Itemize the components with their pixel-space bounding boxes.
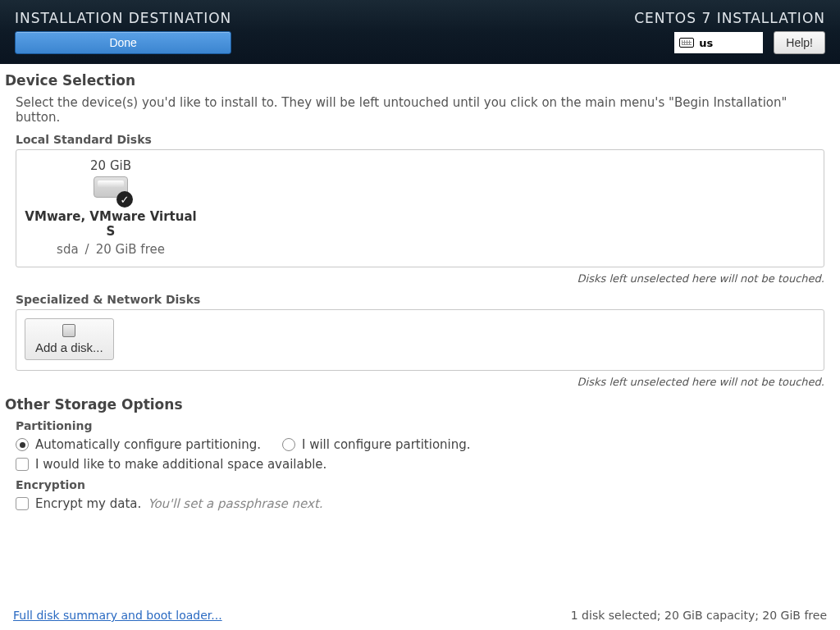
- disk-add-icon: [62, 324, 75, 337]
- encrypt-hint: You'll set a passphrase next.: [148, 496, 322, 511]
- network-disks-note: Disks left unselected here will not be t…: [5, 376, 824, 388]
- add-disk-button[interactable]: Add a disk...: [25, 318, 114, 360]
- encryption-label: Encryption: [16, 478, 835, 491]
- disk-size: 20 GiB: [25, 158, 197, 173]
- local-disks-label: Local Standard Disks: [16, 133, 835, 146]
- radio-auto-partition[interactable]: [16, 438, 29, 451]
- keyboard-icon: [679, 38, 694, 48]
- radio-manual-partition-label: I will configure partitioning.: [302, 437, 471, 452]
- device-selection-title: Device Selection: [5, 72, 835, 89]
- done-button[interactable]: Done: [15, 31, 231, 54]
- checkbox-encrypt[interactable]: [16, 497, 29, 510]
- installer-title: CENTOS 7 INSTALLATION: [634, 10, 825, 26]
- disk-summary-link[interactable]: Full disk summary and boot loader...: [13, 609, 222, 622]
- checkbox-additional-space-label: I would like to make additional space av…: [35, 457, 326, 472]
- selection-summary: 1 disk selected; 20 GiB capacity; 20 GiB…: [571, 609, 827, 622]
- add-disk-label: Add a disk...: [35, 340, 103, 354]
- hard-disk-icon: [92, 176, 130, 204]
- partitioning-label: Partitioning: [16, 419, 835, 432]
- network-disks-label: Specialized & Network Disks: [16, 293, 835, 306]
- disk-device: sda: [57, 242, 79, 257]
- help-button[interactable]: Help!: [774, 31, 825, 54]
- local-disks-note: Disks left unselected here will not be t…: [5, 272, 824, 285]
- page-header: INSTALLATION DESTINATION Done CENTOS 7 I…: [0, 0, 840, 64]
- page-title: INSTALLATION DESTINATION: [15, 10, 231, 26]
- network-disks-box: Add a disk...: [16, 309, 824, 371]
- bottom-bar: Full disk summary and boot loader... 1 d…: [0, 600, 840, 630]
- disk-name: VMware, VMware Virtual S: [25, 209, 197, 239]
- checkmark-icon: [116, 191, 133, 208]
- checkbox-encrypt-label: Encrypt my data.: [35, 496, 141, 511]
- disk-free: 20 GiB free: [96, 242, 165, 257]
- other-storage-title: Other Storage Options: [5, 396, 835, 413]
- radio-auto-partition-label: Automatically configure partitioning.: [35, 437, 261, 452]
- disk-subinfo: sda/20 GiB free: [25, 242, 197, 257]
- keyboard-layout-indicator[interactable]: us: [674, 32, 763, 53]
- keyboard-layout-label: us: [699, 37, 713, 49]
- local-disks-box: 20 GiB VMware, VMware Virtual S sda/20 G…: [16, 149, 824, 267]
- checkbox-additional-space[interactable]: [16, 458, 29, 471]
- radio-manual-partition[interactable]: [282, 438, 295, 451]
- disk-item[interactable]: 20 GiB VMware, VMware Virtual S sda/20 G…: [25, 158, 197, 257]
- device-selection-description: Select the device(s) you'd like to insta…: [16, 95, 835, 125]
